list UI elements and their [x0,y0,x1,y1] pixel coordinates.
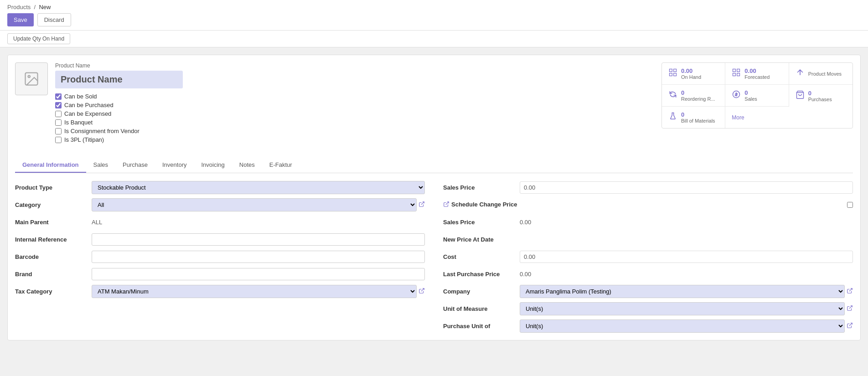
purchase-uom-external-link-icon[interactable] [847,322,853,330]
tab-e-faktur[interactable]: E-Faktur [262,158,300,173]
product-image[interactable] [15,62,48,95]
save-button[interactable]: Save [7,13,34,26]
category-select[interactable]: All [92,198,417,211]
company-select[interactable]: Amaris Panglima Polim (Testing) [520,285,845,298]
tab-general-information[interactable]: General Information [15,158,86,173]
checkbox-can-be-purchased[interactable]: Can be Purchased [55,102,661,108]
refresh-icon [668,90,677,101]
tab-purchase[interactable]: Purchase [115,158,155,173]
checkbox-can-be-expensed-input[interactable] [55,111,62,117]
last-purchase-value: 0.00 [520,271,853,278]
barcode-label: Barcode [15,253,88,260]
schedule-change-label: Schedule Change Price [451,201,517,208]
discard-button[interactable]: Discard [37,13,71,26]
category-label: Category [15,201,88,208]
product-type-row: Product Type Stockable Product Consumabl… [15,180,425,194]
company-external-link-icon[interactable] [847,288,853,295]
sales-price-input[interactable] [520,181,853,194]
stat-sales[interactable]: 0 Sales [725,85,789,107]
forecasted-label: Forecasted [744,74,770,80]
on-hand-label: On Hand [681,74,701,80]
checkbox-can-be-sold[interactable]: Can be Sold [55,93,661,100]
svg-line-13 [421,288,424,291]
bom-label: Bill of Materials [681,118,715,124]
stat-purchases[interactable]: 0 Purchases [789,85,852,107]
svg-rect-3 [674,69,677,72]
product-name-input[interactable] [55,71,183,88]
tab-notes[interactable]: Notes [232,158,262,173]
uom-label: Unit of Measure [443,305,516,312]
checkbox-is-3pl-input[interactable] [55,137,62,143]
tax-category-row: Tax Category ATM Makan/Minum [15,284,425,298]
product-type-select[interactable]: Stockable Product Consumable Service [92,181,425,194]
stat-product-moves[interactable]: Product Moves [789,63,852,85]
checkbox-is-banquet-label: Is Banquet [64,119,93,126]
tax-category-label: Tax Category [15,288,88,295]
tab-inventory[interactable]: Inventory [155,158,194,173]
category-external-link-icon[interactable] [418,201,425,209]
barcode-row: Barcode [15,250,425,263]
stat-more[interactable]: More [725,107,852,128]
stat-on-hand[interactable]: 0.00 On Hand [662,63,725,85]
last-purchase-label: Last Purchase Price [443,271,516,278]
category-row: Category All [15,198,425,211]
brand-input[interactable] [92,268,425,280]
cost-row: Cost [443,250,853,263]
checkbox-is-consignment-input[interactable] [55,128,62,134]
svg-point-1 [28,76,31,78]
sales-price2-value: 0.00 [520,219,853,226]
main-parent-row: Main Parent ALL [15,215,425,229]
purchase-uom-select[interactable]: Unit(s) [520,319,845,333]
flask-icon [668,112,677,123]
internal-ref-input[interactable] [92,233,425,246]
checkbox-is-banquet-input[interactable] [55,119,62,126]
breadcrumb-current: New [39,4,51,10]
svg-line-17 [849,323,852,325]
stat-reordering[interactable]: 0 Reordering R... [662,85,725,107]
purchases-value: 0 [808,90,832,97]
svg-line-16 [849,305,852,308]
sales-price-label: Sales Price [443,184,516,191]
internal-ref-label: Internal Reference [15,236,88,243]
schedule-change-link-icon[interactable] [443,201,450,209]
checkbox-is-banquet[interactable]: Is Banquet [55,119,661,126]
svg-rect-2 [670,69,672,72]
stat-bom[interactable]: 0 Bill of Materials [662,107,725,128]
product-moves-label: Product Moves [808,71,842,77]
stat-forecasted[interactable]: 0.00 Forecasted [725,63,789,85]
breadcrumb: Products / New [7,4,861,10]
checkbox-is-consignment[interactable]: Is Consignment from Vendor [55,128,661,134]
update-qty-button[interactable]: Update Qty On Hand [7,33,70,44]
checkbox-is-consignment-label: Is Consignment from Vendor [64,128,140,134]
checkbox-can-be-expensed[interactable]: Can be Expensed [55,110,661,117]
svg-rect-6 [733,69,736,72]
building-icon [668,68,677,79]
cost-input[interactable] [520,251,853,263]
uom-select[interactable]: Unit(s) [520,302,845,315]
product-type-label: Product Type [15,184,88,191]
sales-price-row: Sales Price [443,180,853,194]
tab-sales[interactable]: Sales [86,158,116,173]
sales-price2-label: Sales Price [443,219,516,226]
schedule-change-row: Schedule Change Price [443,198,853,211]
sales-value: 0 [744,89,757,96]
tax-category-select[interactable]: ATM Makan/Minum [92,285,417,298]
barcode-input[interactable] [92,251,425,263]
svg-rect-9 [737,73,740,76]
checkbox-can-be-purchased-input[interactable] [55,102,62,108]
breadcrumb-parent[interactable]: Products [7,4,31,10]
tab-invoicing[interactable]: Invoicing [194,158,232,173]
uom-external-link-icon[interactable] [847,305,853,313]
brand-label: Brand [15,271,88,278]
purchase-uom-label: Purchase Unit of [443,323,516,330]
cart-icon [796,90,805,102]
schedule-change-checkbox[interactable] [847,202,853,208]
tabs: General Information Sales Purchase Inven… [15,158,853,173]
purchase-uom-row: Purchase Unit of Unit(s) [443,319,853,333]
tax-category-external-link-icon[interactable] [418,288,425,295]
checkbox-can-be-purchased-label: Can be Purchased [64,102,114,108]
svg-rect-5 [674,73,677,76]
checkbox-is-3pl[interactable]: Is 3PL (Titipan) [55,136,661,143]
purchases-label: Purchases [808,97,832,102]
checkbox-can-be-sold-input[interactable] [55,93,62,100]
